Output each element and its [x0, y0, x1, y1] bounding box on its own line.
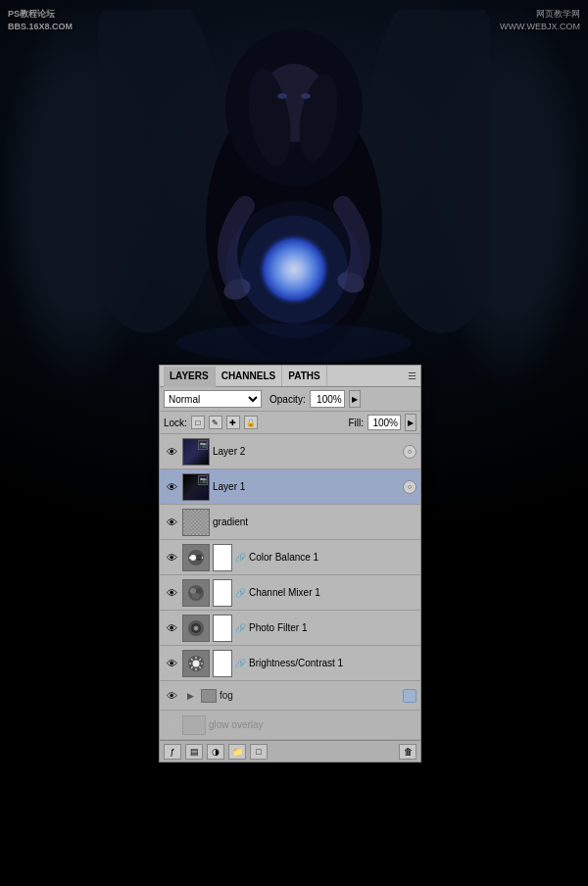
- layer-row-gradient[interactable]: 👁 gradient: [160, 505, 420, 540]
- blend-mode-select[interactable]: Normal Multiply Screen Overlay: [164, 390, 262, 408]
- svg-point-33: [193, 660, 200, 666]
- layer-badge-layer1: ○: [403, 480, 416, 494]
- chain-icon-photofilter: 🔗: [235, 623, 246, 633]
- layer-badge-fog: [403, 689, 416, 703]
- svg-point-15: [176, 323, 412, 363]
- folder-arrow-icon[interactable]: ▶: [182, 688, 198, 704]
- watermark-top-left: PS教程论坛 BBS.16X8.COM: [8, 8, 73, 32]
- layer-mask-channelmixer: [213, 579, 232, 607]
- panel-tab-bar: LAYERS CHANNELS PATHS ☰: [160, 366, 420, 387]
- layer-row-layer1[interactable]: 👁 📷 Layer 1 ○: [160, 469, 420, 505]
- layer-name-fog: fog: [220, 690, 400, 701]
- svg-point-22: [190, 555, 196, 561]
- layer-thumb-fog-small: [201, 689, 217, 703]
- svg-rect-20: [183, 510, 209, 535]
- eye-icon-brightness[interactable]: 👁: [164, 656, 179, 671]
- layer-row-colorbalance[interactable]: 👁 🔗 Color Balance 1: [160, 540, 420, 575]
- opacity-arrow[interactable]: ▶: [349, 390, 361, 408]
- fill-input[interactable]: [368, 415, 401, 430]
- layer-thumb-layer2: 📷: [182, 438, 210, 466]
- tab-layers[interactable]: LAYERS: [164, 367, 216, 387]
- tab-channels[interactable]: CHANNELS: [216, 366, 283, 386]
- layer-mask-photofilter: [213, 615, 232, 642]
- layer-name-gradient: gradient: [213, 517, 416, 527]
- svg-point-27: [192, 593, 200, 599]
- eye-icon-channelmixer[interactable]: 👁: [164, 585, 179, 601]
- layer-row-channelmixer[interactable]: 👁 🔗 Channel Mixer 1: [160, 575, 420, 611]
- layer-name-channelmixer: Channel Mixer 1: [249, 587, 416, 598]
- svg-point-2: [98, 10, 225, 333]
- lock-all-btn[interactable]: 🔒: [244, 416, 258, 429]
- svg-point-14: [301, 93, 311, 99]
- lock-paint-btn[interactable]: ✎: [209, 416, 222, 429]
- eye-icon-photofilter[interactable]: 👁: [164, 620, 179, 636]
- layer-name-photofilter: Photo Filter 1: [249, 622, 416, 633]
- layer-name-colorbalance: Color Balance 1: [249, 552, 416, 563]
- eye-icon-colorbalance[interactable]: 👁: [164, 550, 179, 566]
- new-adjustment-button[interactable]: ◑: [207, 744, 224, 760]
- panel-menu-icon[interactable]: ☰: [408, 370, 416, 381]
- add-mask-button[interactable]: ▤: [185, 744, 203, 760]
- eye-icon-glowoverlay[interactable]: 👁: [164, 717, 179, 733]
- panel-footer: ƒ ▤ ◑ 📁 □ 🗑: [160, 740, 420, 762]
- svg-point-12: [225, 201, 363, 338]
- layer-name-layer2: Layer 2: [213, 446, 400, 457]
- svg-point-1: [363, 10, 490, 333]
- layer-thumb-channelmixer: [182, 579, 210, 607]
- lock-move-btn[interactable]: ✚: [226, 416, 240, 429]
- layer-row-brightness[interactable]: 👁 🔗 Brightness/Contrast 1: [160, 646, 420, 681]
- delete-layer-button[interactable]: 🗑: [399, 744, 416, 760]
- eye-icon-layer2[interactable]: 👁: [164, 444, 179, 460]
- fill-arrow[interactable]: ▶: [405, 414, 416, 431]
- tab-paths[interactable]: PATHS: [282, 366, 326, 386]
- layer-row-glowoverlay[interactable]: 👁 glow overlay: [160, 711, 420, 740]
- new-group-button[interactable]: 📁: [228, 744, 246, 760]
- layer-row-photofilter[interactable]: 👁 🔗 Photo Filter 1: [160, 611, 420, 646]
- witch-figure: [98, 10, 490, 372]
- layer-name-layer1: Layer 1: [213, 481, 400, 492]
- lock-label: Lock:: [164, 418, 187, 428]
- watermark-top-right: 网页教学网 WWW.WEBJX.COM: [500, 8, 580, 32]
- new-layer-button[interactable]: □: [250, 744, 268, 760]
- layer-thumb-colorbalance: [182, 544, 210, 571]
- layer-thumb-brightness: [182, 650, 210, 677]
- layer-thumb-gradient: [182, 509, 210, 536]
- eye-icon-fog[interactable]: 👁: [164, 688, 179, 704]
- layer-mask-brightness: [213, 650, 232, 677]
- svg-point-23: [196, 555, 202, 561]
- layer-mask-colorbalance: [213, 544, 232, 571]
- layers-panel: LAYERS CHANNELS PATHS ☰ Normal Multiply …: [159, 365, 421, 763]
- svg-point-13: [277, 93, 287, 99]
- svg-point-31: [195, 627, 197, 629]
- chain-icon-channelmixer: 🔗: [235, 588, 246, 598]
- chain-icon-brightness: 🔗: [235, 659, 246, 668]
- eye-icon-layer1[interactable]: 👁: [164, 479, 179, 495]
- layer-badge-layer2: ○: [403, 445, 416, 459]
- layer-row-fog[interactable]: 👁 ▶ fog: [160, 681, 420, 711]
- blend-mode-row: Normal Multiply Screen Overlay Opacity: …: [160, 387, 420, 412]
- layer-thumb-layer1: 📷: [182, 473, 210, 501]
- opacity-label: Opacity:: [270, 394, 306, 405]
- layer-row-layer2[interactable]: 👁 📷 Layer 2 ○: [160, 434, 420, 469]
- layer-name-glowoverlay: glow overlay: [209, 719, 416, 730]
- fill-label: Fill:: [348, 418, 364, 428]
- add-style-button[interactable]: ƒ: [164, 744, 181, 760]
- lock-row: Lock: □ ✎ ✚ 🔒 Fill: ▶: [160, 412, 420, 434]
- layer-thumb-glowoverlay: [182, 715, 206, 735]
- layer-name-brightness: Brightness/Contrast 1: [249, 658, 416, 668]
- layer-thumb-photofilter: [182, 615, 210, 642]
- chain-icon-colorbalance: 🔗: [235, 553, 246, 563]
- opacity-input[interactable]: [310, 390, 345, 408]
- eye-icon-gradient[interactable]: 👁: [164, 515, 179, 530]
- lock-transparency-btn[interactable]: □: [191, 416, 205, 429]
